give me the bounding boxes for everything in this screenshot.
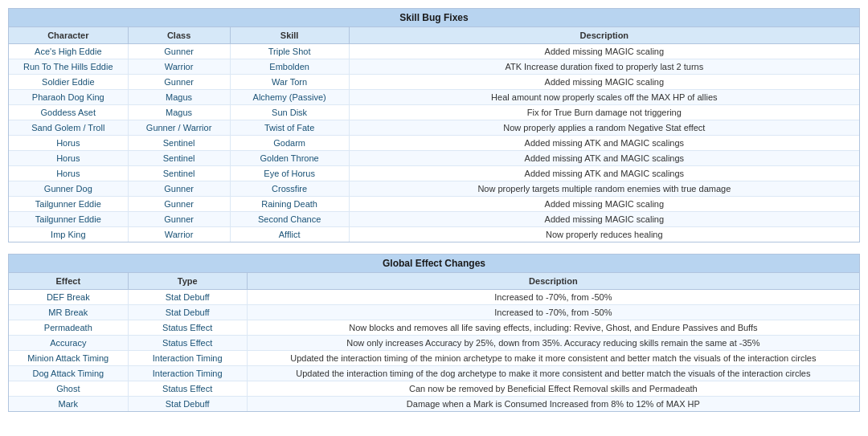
table-cell: Updated the interaction timing of the do…	[247, 366, 859, 381]
table-row: HorusSentinelGodarmAdded missing ATK and…	[9, 136, 859, 151]
table-cell: Pharaoh Dog King	[9, 90, 128, 105]
table-cell: Embolden	[230, 59, 349, 75]
table-cell: Can now be removed by Beneficial Effect …	[247, 381, 859, 397]
skill-bug-fixes-body: Ace's High EddieGunnerTriple ShotAdded m…	[9, 44, 859, 242]
table-row: GhostStatus EffectCan now be removed by …	[9, 381, 859, 397]
table-cell: Gunner	[128, 44, 230, 59]
table-cell: Gunner	[128, 212, 230, 227]
table-row: Gunner DogGunnerCrossfireNow properly ta…	[9, 181, 859, 197]
table-cell: Added missing MAGIC scaling	[349, 44, 859, 59]
table-row: MR BreakStat DebuffIncreased to -70%, fr…	[9, 305, 859, 320]
table-cell: MR Break	[9, 305, 128, 320]
table-cell: Tailgunner Eddie	[9, 212, 128, 227]
table-cell: Interaction Timing	[128, 351, 247, 366]
skill-bug-fixes-table: Character Class Skill Description Ace's …	[9, 27, 859, 242]
header-type: Type	[128, 273, 247, 290]
table-cell: War Torn	[230, 75, 349, 90]
table-cell: Second Chance	[230, 212, 349, 227]
table-cell: Sand Golem / Troll	[9, 120, 128, 136]
table-cell: Now only increases Accuracy by 25%, down…	[247, 336, 859, 351]
table-cell: Increased to -70%, from -50%	[247, 305, 859, 320]
header-skill: Skill	[230, 27, 349, 44]
table-cell: Goddess Aset	[9, 105, 128, 120]
table-cell: ATK Increase duration fixed to properly …	[349, 59, 859, 75]
table-cell: Warrior	[128, 227, 230, 242]
table-cell: Stat Debuff	[128, 290, 247, 305]
header-description: Description	[349, 27, 859, 44]
table-cell: Triple Shot	[230, 44, 349, 59]
table-cell: Horus	[9, 151, 128, 166]
table-cell: Eye of Horus	[230, 166, 349, 181]
table-cell: Sentinel	[128, 166, 230, 181]
table-cell: Crossfire	[230, 181, 349, 197]
table-cell: Minion Attack Timing	[9, 351, 128, 366]
table-cell: Fix for True Burn damage not triggering	[349, 105, 859, 120]
table-cell: Horus	[9, 136, 128, 151]
table-row: Soldier EddieGunnerWar TornAdded missing…	[9, 75, 859, 90]
table-row: HorusSentinelEye of HorusAdded missing A…	[9, 166, 859, 181]
table-cell: Gunner	[128, 197, 230, 212]
table-cell: Now blocks and removes all life saving e…	[247, 320, 859, 336]
table-cell: Added missing ATK and MAGIC scalings	[349, 151, 859, 166]
header-class: Class	[128, 27, 230, 44]
table-cell: Mark	[9, 397, 128, 412]
table-row: Imp KingWarriorAfflictNow properly reduc…	[9, 227, 859, 242]
table-cell: Sun Disk	[230, 105, 349, 120]
global-effect-changes-section: Global Effect Changes Effect Type Descri…	[8, 254, 860, 412]
table-row: Run To The Hills EddieWarriorEmboldenATK…	[9, 59, 859, 75]
table-cell: Warrior	[128, 59, 230, 75]
table-cell: Stat Debuff	[128, 305, 247, 320]
table-row: AccuracyStatus EffectNow only increases …	[9, 336, 859, 351]
table-cell: Status Effect	[128, 381, 247, 397]
table-cell: Tailgunner Eddie	[9, 197, 128, 212]
table-cell: Ace's High Eddie	[9, 44, 128, 59]
table-cell: Heal amount now properly scales off the …	[349, 90, 859, 105]
global-effect-changes-table: Effect Type Description DEF BreakStat De…	[9, 273, 859, 411]
table-cell: Interaction Timing	[128, 366, 247, 381]
table-cell: Stat Debuff	[128, 397, 247, 412]
table-cell: Added missing ATK and MAGIC scalings	[349, 136, 859, 151]
table-cell: Afflict	[230, 227, 349, 242]
table-cell: Gunner / Warrior	[128, 120, 230, 136]
skill-bug-fixes-header-row: Character Class Skill Description	[9, 27, 859, 44]
table-cell: Magus	[128, 105, 230, 120]
table-row: Ace's High EddieGunnerTriple ShotAdded m…	[9, 44, 859, 59]
table-cell: Horus	[9, 166, 128, 181]
table-cell: Raining Death	[230, 197, 349, 212]
table-cell: Permadeath	[9, 320, 128, 336]
table-cell: Gunner Dog	[9, 181, 128, 197]
table-cell: DEF Break	[9, 290, 128, 305]
table-row: Tailgunner EddieGunnerRaining DeathAdded…	[9, 197, 859, 212]
skill-bug-fixes-title: Skill Bug Fixes	[9, 9, 859, 27]
table-row: Pharaoh Dog KingMagusAlchemy (Passive)He…	[9, 90, 859, 105]
table-cell: Increased to -70%, from -50%	[247, 290, 859, 305]
table-row: HorusSentinelGolden ThroneAdded missing …	[9, 151, 859, 166]
table-cell: Gunner	[128, 181, 230, 197]
global-effect-changes-body: DEF BreakStat DebuffIncreased to -70%, f…	[9, 290, 859, 412]
table-cell: Now properly targets multiple random ene…	[349, 181, 859, 197]
table-cell: Damage when a Mark is Consumed Increased…	[247, 397, 859, 412]
table-cell: Status Effect	[128, 320, 247, 336]
table-cell: Now properly applies a random Negative S…	[349, 120, 859, 136]
global-effect-changes-title: Global Effect Changes	[9, 255, 859, 273]
table-cell: Accuracy	[9, 336, 128, 351]
table-cell: Twist of Fate	[230, 120, 349, 136]
table-row: Sand Golem / TrollGunner / WarriorTwist …	[9, 120, 859, 136]
table-cell: Run To The Hills Eddie	[9, 59, 128, 75]
table-row: Minion Attack TimingInteraction TimingUp…	[9, 351, 859, 366]
table-cell: Status Effect	[128, 336, 247, 351]
table-cell: Updated the interaction timing of the mi…	[247, 351, 859, 366]
table-cell: Added missing ATK and MAGIC scalings	[349, 166, 859, 181]
table-row: MarkStat DebuffDamage when a Mark is Con…	[9, 397, 859, 412]
header-character: Character	[9, 27, 128, 44]
global-effect-header-row: Effect Type Description	[9, 273, 859, 290]
header-effect: Effect	[9, 273, 128, 290]
table-cell: Added missing MAGIC scaling	[349, 197, 859, 212]
table-cell: Now properly reduces healing	[349, 227, 859, 242]
table-row: DEF BreakStat DebuffIncreased to -70%, f…	[9, 290, 859, 305]
table-cell: Magus	[128, 90, 230, 105]
table-cell: Gunner	[128, 75, 230, 90]
table-cell: Dog Attack Timing	[9, 366, 128, 381]
table-row: Dog Attack TimingInteraction TimingUpdat…	[9, 366, 859, 381]
table-cell: Golden Throne	[230, 151, 349, 166]
